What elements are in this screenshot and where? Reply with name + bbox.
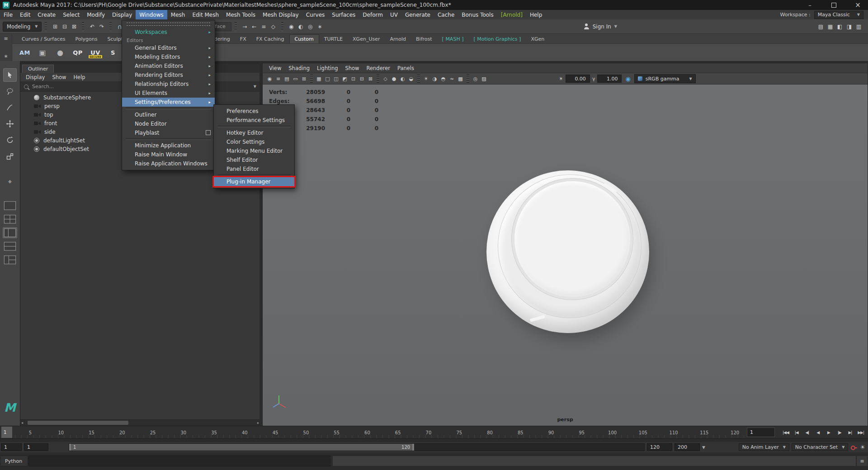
safe-action-icon[interactable]: ⊟ bbox=[358, 75, 366, 83]
all-lights-icon[interactable]: ☀ bbox=[422, 75, 430, 83]
screen-space-ao-icon[interactable]: ◓ bbox=[439, 75, 448, 83]
shelf-tab[interactable]: XGen_User bbox=[348, 35, 385, 43]
step-back-one-frame-button[interactable]: |◀ bbox=[791, 427, 802, 438]
quick-layout-three-pane-button[interactable] bbox=[3, 254, 17, 265]
windows-menu-item[interactable]: Relationship Editors ▸ bbox=[122, 80, 215, 89]
outliner-menu-item[interactable]: Show bbox=[48, 74, 70, 80]
outliner-horizontal-scrollbar[interactable]: ◂ ▸ bbox=[20, 419, 260, 426]
animation-preferences-icon[interactable]: ☀ bbox=[860, 444, 865, 451]
viewport-canvas[interactable]: Verts: 28059 0 0 Edges: 56698 0 0 Faces:… bbox=[263, 85, 868, 426]
shelf-tab-toggle-icon[interactable]: ≡ bbox=[4, 36, 8, 42]
range-bar[interactable]: 1 120 bbox=[69, 444, 414, 451]
scroll-left-icon[interactable]: ◂ bbox=[21, 421, 23, 425]
settings-submenu-item[interactable]: Shelf Editor bbox=[214, 155, 294, 164]
chevron-down-icon[interactable]: ▼ bbox=[702, 445, 705, 450]
toolbar-grip[interactable] bbox=[281, 22, 283, 31]
toggle-channel-box-icon[interactable]: ▥ bbox=[854, 22, 863, 31]
2d-pan-zoom-icon[interactable]: ⊞ bbox=[300, 75, 308, 83]
windows-menu-item[interactable]: ▸ bbox=[122, 137, 215, 141]
viewport-menu-item[interactable]: Renderer bbox=[363, 65, 394, 71]
last-tool-slot[interactable]: ⌖ bbox=[3, 175, 17, 188]
menubar-item[interactable]: Generate bbox=[401, 10, 434, 19]
quick-layout-persp-outliner-button[interactable] bbox=[3, 227, 17, 238]
menubar-item[interactable]: Curves bbox=[302, 10, 329, 19]
playback-start-field[interactable]: 1 bbox=[24, 443, 48, 451]
grid-icon[interactable]: ▦ bbox=[315, 75, 323, 83]
current-frame-field[interactable]: 1 bbox=[747, 428, 775, 437]
rotate-tool[interactable] bbox=[3, 133, 17, 147]
go-to-start-button[interactable]: |◀◀ bbox=[780, 427, 791, 438]
render-settings-icon[interactable]: ∗ bbox=[315, 22, 325, 31]
shelf-tab[interactable]: [ Motion Graphics ] bbox=[468, 35, 526, 43]
quick-layout-four-pane-button[interactable] bbox=[3, 214, 17, 225]
settings-submenu-item[interactable]: Panel Editor bbox=[214, 164, 294, 174]
menubar-item[interactable]: Edit bbox=[16, 10, 34, 19]
menubar-item[interactable]: Modify bbox=[83, 10, 108, 19]
workspace-select[interactable]: Maya Classic ▼ bbox=[814, 11, 863, 19]
chevron-down-icon[interactable]: ▼ bbox=[254, 85, 256, 89]
save-scene-icon[interactable]: ⊠ bbox=[69, 22, 79, 31]
output-connections-icon[interactable]: ← bbox=[250, 22, 259, 31]
xray-icon[interactable]: ▨ bbox=[480, 75, 488, 83]
shelf-uv-secure-icon[interactable]: UV SECURE bbox=[87, 44, 104, 61]
input-connections-icon[interactable]: → bbox=[240, 22, 250, 31]
outliner-menu-item[interactable]: Help bbox=[70, 74, 89, 80]
shelf-sphere-icon[interactable]: ● bbox=[52, 44, 68, 61]
close-button[interactable]: × bbox=[848, 0, 868, 10]
menu-set-select[interactable]: Modeling ▼ bbox=[3, 22, 42, 32]
shelf-tab[interactable]: XGen bbox=[526, 35, 549, 43]
isolate-select-icon[interactable]: ◎ bbox=[471, 75, 480, 83]
step-forward-one-key-button[interactable]: |▶ bbox=[834, 427, 845, 438]
shelf-cube-icon[interactable]: ▣ bbox=[34, 44, 51, 61]
character-set-select[interactable]: No Character Set ▼ bbox=[792, 443, 848, 451]
outliner-menu-item[interactable]: Display bbox=[22, 74, 48, 80]
viewport-menu-item[interactable]: View bbox=[265, 65, 285, 71]
script-editor-button[interactable]: ≡ bbox=[856, 456, 868, 466]
toggle-tool-settings-icon[interactable]: ◧ bbox=[835, 22, 844, 31]
menubar-item[interactable]: Deform bbox=[359, 10, 387, 19]
minimize-button[interactable]: – bbox=[800, 0, 820, 10]
windows-menu-item[interactable]: Playblast ▸ bbox=[122, 128, 215, 137]
windows-menu-item[interactable]: Outliner ▸ bbox=[122, 110, 215, 119]
shelf-tab[interactable]: FX bbox=[235, 35, 251, 43]
scale-tool[interactable] bbox=[3, 150, 17, 163]
menubar-item[interactable]: Mesh Tools bbox=[222, 10, 259, 19]
construction-history-icon[interactable]: ≡ bbox=[259, 22, 269, 31]
film-gate-icon[interactable]: □ bbox=[323, 75, 332, 83]
toolbar-grip[interactable] bbox=[82, 22, 84, 31]
auto-keyframe-icon[interactable] bbox=[850, 444, 858, 451]
settings-submenu-item[interactable]: Hotkey Editor bbox=[214, 128, 294, 137]
shelf-tab[interactable]: FX Caching bbox=[251, 35, 289, 43]
shelf-qp-icon[interactable]: QP bbox=[70, 44, 86, 61]
quick-layout-single-pane-button[interactable] bbox=[3, 200, 17, 211]
go-to-end-button[interactable]: ▶▶| bbox=[855, 427, 866, 438]
new-scene-icon[interactable]: ⊞ bbox=[50, 22, 60, 31]
option-box-icon[interactable] bbox=[206, 130, 211, 135]
ipr-render-icon[interactable]: ◎ bbox=[306, 22, 315, 31]
quick-layout-two-pane-stacked-button[interactable] bbox=[3, 241, 17, 252]
use-default-material-icon[interactable]: ◒ bbox=[407, 75, 415, 83]
viewport-toolbar-icon[interactable] bbox=[310, 75, 313, 83]
menubar-item[interactable]: [Arnold] bbox=[497, 10, 526, 19]
play-backwards-button[interactable]: ◀ bbox=[812, 427, 823, 438]
gamma-field[interactable]: 1.00 bbox=[597, 75, 622, 83]
lasso-tool[interactable] bbox=[3, 85, 17, 98]
motion-blur-icon[interactable]: ≈ bbox=[448, 75, 456, 83]
menubar-item[interactable]: Mesh bbox=[167, 10, 189, 19]
undo-icon[interactable]: ↶ bbox=[87, 22, 97, 31]
toolbar-grip[interactable] bbox=[235, 22, 237, 31]
menubar-item[interactable]: Edit Mesh bbox=[189, 10, 222, 19]
render-current-frame-icon[interactable]: ◐ bbox=[296, 22, 306, 31]
viewport-menu-item[interactable]: Show bbox=[342, 65, 363, 71]
animation-start-field[interactable]: 1 bbox=[1, 443, 22, 451]
windows-menu-item[interactable]: Raise Main Window ▸ bbox=[122, 150, 215, 159]
menubar-item[interactable]: File bbox=[0, 10, 16, 19]
maximize-button[interactable] bbox=[824, 0, 844, 10]
viewport-menu-item[interactable]: Lighting bbox=[313, 65, 341, 71]
toggle-hypershade-icon[interactable]: ▦ bbox=[826, 22, 835, 31]
image-plane-icon[interactable]: ▭ bbox=[291, 75, 300, 83]
toolbar-grip[interactable] bbox=[109, 22, 112, 31]
anti-aliasing-icon[interactable]: ▩ bbox=[456, 75, 465, 83]
shelf-tab[interactable]: Bifrost bbox=[411, 35, 437, 43]
shelf-tab[interactable]: Polygons bbox=[71, 35, 103, 43]
